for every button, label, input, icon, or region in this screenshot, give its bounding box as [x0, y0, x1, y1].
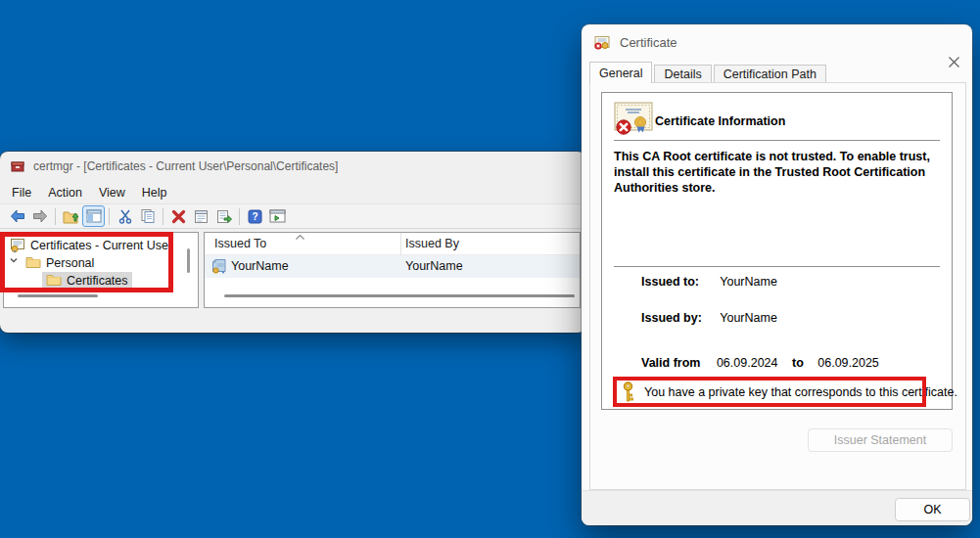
valid-from-label: Valid from — [641, 356, 700, 370]
certmgr-app-icon — [10, 158, 25, 174]
svg-text:?: ? — [252, 211, 257, 222]
cut-icon[interactable] — [114, 205, 136, 227]
column-divider[interactable] — [400, 233, 401, 255]
list-header: Issued To Issued By — [205, 233, 580, 255]
chevron-down-icon[interactable] — [9, 255, 21, 271]
list-horizontal-scrollbar[interactable] — [224, 294, 575, 297]
certificate-not-trusted-icon — [614, 102, 653, 136]
dialog-footer: OK — [582, 490, 972, 525]
toolbar-separator — [239, 208, 240, 225]
certificate-information-heading: Certificate Information — [655, 114, 785, 128]
desktop: certmgr - [Certificates - Current User\P… — [0, 0, 980, 538]
certificate-store-icon — [10, 238, 25, 253]
certificate-item-icon — [211, 258, 228, 275]
tree-item-root[interactable]: Certificates - Current User — [10, 237, 172, 254]
list-pane[interactable]: Issued To Issued By — [204, 232, 581, 308]
help-icon[interactable]: ? — [244, 205, 266, 227]
tree-pane[interactable]: Certificates - Current User Personal — [3, 232, 199, 308]
issued-to-label: Issued to: — [641, 275, 717, 289]
divider — [614, 140, 940, 141]
toolbar-separator — [109, 208, 110, 225]
properties-icon[interactable] — [190, 205, 212, 227]
show-action-pane-icon[interactable] — [266, 205, 289, 227]
back-icon[interactable] — [6, 205, 28, 227]
menu-help[interactable]: Help — [142, 183, 176, 202]
cell-issued-to: YourName — [231, 259, 289, 273]
close-icon[interactable] — [946, 54, 962, 70]
tab-general[interactable]: General — [589, 62, 652, 83]
tree-vertical-scrollbar[interactable] — [187, 248, 190, 273]
certmgr-window-title: certmgr - [Certificates - Current User\P… — [33, 159, 338, 173]
certmgr-menubar: File Action View Help — [0, 181, 585, 203]
certificate-dialog-icon — [593, 35, 611, 51]
tab-page-general: Certificate Information This CA Root cer… — [589, 82, 966, 490]
divider — [614, 266, 940, 267]
issued-to-value: YourName — [720, 275, 777, 289]
validity-row: Valid from 06.09.2024 to 06.09.2025 — [641, 356, 879, 370]
issued-by-label: Issued by: — [641, 311, 717, 325]
export-list-icon[interactable] — [212, 205, 235, 227]
forward-icon[interactable] — [28, 205, 51, 227]
tree-item-personal[interactable]: Personal — [9, 254, 94, 272]
delete-icon[interactable] — [167, 205, 190, 227]
folder-icon — [25, 255, 41, 271]
issued-to-row: Issued to: YourName — [641, 275, 777, 289]
issuer-statement-button[interactable]: Issuer Statement — [808, 428, 953, 452]
private-key-message: You have a private key that corresponds … — [644, 385, 957, 399]
valid-from-value: 06.09.2024 — [717, 356, 778, 370]
tab-certification-path[interactable]: Certification Path — [714, 65, 826, 83]
ok-button[interactable]: OK — [895, 498, 970, 521]
copy-icon[interactable] — [136, 205, 159, 227]
certmgr-window: certmgr - [Certificates - Current User\P… — [0, 152, 585, 333]
folder-icon — [46, 273, 62, 289]
menu-view[interactable]: View — [99, 183, 134, 202]
column-header-issued-by[interactable]: Issued By — [405, 237, 459, 250]
certificate-info-panel: Certificate Information This CA Root cer… — [601, 92, 953, 410]
certificate-row[interactable]: YourName YourName — [205, 255, 580, 278]
tree-item-certificates[interactable]: Certificates — [46, 272, 128, 290]
valid-to-value: 06.09.2025 — [817, 356, 879, 370]
valid-to-label: to — [792, 356, 804, 370]
issued-by-value: YourName — [720, 311, 777, 325]
folder-up-icon[interactable] — [60, 205, 82, 227]
cell-issued-by: YourName — [405, 259, 463, 273]
toolbar-separator — [163, 208, 163, 225]
tree-item-label: Certificates - Current User — [30, 239, 172, 252]
show-console-tree-icon[interactable] — [82, 205, 105, 227]
column-header-issued-to[interactable]: Issued To — [214, 237, 266, 250]
private-key-row: You have a private key that corresponds … — [622, 381, 957, 402]
tab-details[interactable]: Details — [654, 65, 711, 83]
issued-by-row: Issued by: YourName — [641, 311, 777, 325]
tree-item-label: Personal — [46, 256, 94, 270]
certmgr-titlebar[interactable]: certmgr - [Certificates - Current User\P… — [0, 152, 585, 181]
dialog-titlebar[interactable]: Certificate — [582, 24, 972, 61]
private-key-icon — [622, 381, 634, 402]
tree-item-label: Certificates — [67, 274, 128, 288]
certmgr-body: Certificates - Current User Personal — [0, 229, 585, 333]
toolbar-separator — [55, 208, 56, 225]
sort-ascending-icon — [295, 234, 305, 241]
dialog-title: Certificate — [620, 35, 677, 50]
tree-horizontal-scrollbar[interactable] — [18, 294, 98, 297]
dialog-tabs: General Details Certification Path — [589, 62, 826, 83]
certmgr-toolbar: ? — [0, 203, 585, 229]
menu-file[interactable]: File — [12, 183, 40, 202]
trust-warning-text: This CA Root certificate is not trusted.… — [614, 149, 943, 196]
menu-action[interactable]: Action — [48, 183, 91, 202]
certificate-dialog: Certificate General Details Certificatio… — [582, 24, 972, 525]
